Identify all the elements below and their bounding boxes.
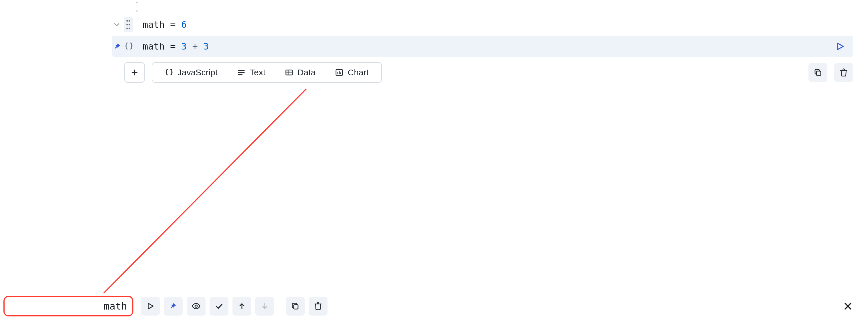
collapse-toggle[interactable]	[112, 20, 122, 30]
insert-cell-toolbar: JavaScript Text Data Chart	[124, 61, 853, 84]
cell-type-selector: JavaScript Text Data Chart	[152, 62, 382, 83]
cell-source-expression[interactable]: math = 3 + 3	[143, 41, 209, 52]
delete-button[interactable]	[309, 297, 328, 316]
cell-action-buttons	[141, 297, 274, 316]
source-rhs: 3	[203, 41, 209, 52]
svg-point-2	[126, 24, 128, 25]
svg-point-22	[195, 305, 197, 307]
source-eq: =	[170, 41, 176, 52]
cell-name-value: math	[104, 300, 127, 312]
run-cell-button[interactable]	[834, 40, 846, 53]
checkmark-button[interactable]	[210, 297, 228, 316]
result-eq: =	[170, 19, 176, 30]
source-lhs: 3	[181, 41, 187, 52]
cell-type-chart[interactable]: Chart	[325, 63, 378, 82]
cell-result-expression: math = 6	[143, 19, 187, 30]
delete-cell-button[interactable]	[834, 63, 853, 82]
svg-point-1	[128, 20, 130, 22]
pin-icon[interactable]	[112, 41, 123, 52]
svg-point-3	[128, 24, 130, 25]
duplicate-cell-button[interactable]	[808, 63, 827, 82]
cell-detail-bar: math	[0, 293, 868, 319]
visibility-button[interactable]	[187, 297, 206, 316]
source-var-name: math	[143, 41, 165, 52]
close-button[interactable]	[842, 300, 854, 312]
cell-type-javascript-label: JavaScript	[178, 67, 218, 77]
duplicate-button[interactable]	[286, 297, 305, 316]
svg-point-0	[126, 20, 128, 22]
move-down-button[interactable]	[255, 297, 274, 316]
add-cell-button[interactable]	[124, 62, 145, 83]
run-button[interactable]	[141, 297, 160, 316]
cell-type-text[interactable]: Text	[227, 63, 275, 82]
insert-cell-handles[interactable]	[132, 1, 142, 13]
drag-handle[interactable]	[124, 17, 133, 32]
svg-point-4	[126, 28, 128, 29]
cell-result-row: math = 6	[112, 14, 853, 35]
cell-type-data[interactable]: Data	[275, 63, 325, 82]
svg-rect-19	[816, 71, 821, 75]
svg-point-5	[128, 28, 130, 29]
cell-type-text-label: Text	[250, 67, 266, 77]
cell-type-chart-label: Chart	[347, 67, 368, 77]
svg-rect-25	[294, 305, 298, 309]
braces-icon	[123, 41, 134, 52]
svg-marker-21	[148, 303, 153, 309]
svg-line-20	[101, 89, 306, 296]
cell-type-javascript[interactable]: JavaScript	[155, 63, 227, 82]
move-up-button[interactable]	[232, 297, 251, 316]
cell-action-buttons-2	[286, 297, 328, 316]
result-var-name: math	[143, 19, 165, 30]
source-op: +	[192, 41, 197, 52]
cell-type-data-label: Data	[298, 67, 315, 77]
svg-marker-6	[838, 43, 843, 50]
cell-source-row[interactable]: math = 3 + 3	[112, 36, 853, 57]
result-value: 6	[181, 19, 187, 30]
pin-button[interactable]	[164, 297, 183, 316]
cell-name-field-highlight[interactable]: math	[3, 296, 133, 316]
